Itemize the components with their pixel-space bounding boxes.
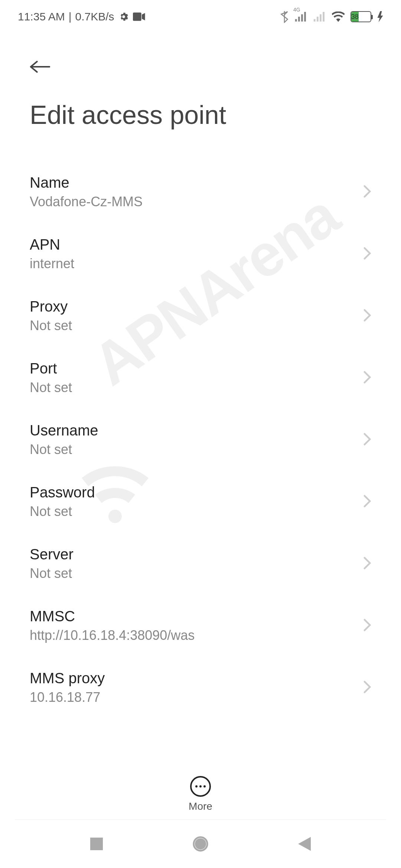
status-speed: 0.7KB/s xyxy=(75,10,114,23)
setting-text: Proxy Not set xyxy=(30,298,356,333)
battery-icon: 38 xyxy=(351,11,371,22)
chevron-right-icon xyxy=(363,618,371,633)
page-title: Edit access point xyxy=(0,85,401,152)
signal-4g-icon: 4G xyxy=(295,12,307,22)
camera-icon xyxy=(133,12,146,21)
settings-list: Name Vodafone-Cz-MMS APN internet Proxy … xyxy=(0,152,401,719)
status-bar: 11:35 AM | 0.7KB/s 4G 38 xyxy=(0,0,401,33)
setting-value: Not set xyxy=(30,318,356,333)
setting-label: Server xyxy=(30,546,356,563)
chevron-right-icon xyxy=(363,433,371,447)
nav-back-button[interactable] xyxy=(293,833,316,855)
nav-home-button[interactable] xyxy=(189,833,212,855)
nav-recents-button[interactable] xyxy=(85,833,108,855)
setting-row[interactable]: Port Not set xyxy=(0,347,401,409)
more-button[interactable]: More xyxy=(189,776,212,812)
setting-text: Port Not set xyxy=(30,360,356,395)
setting-text: Username Not set xyxy=(30,422,356,457)
chevron-right-icon xyxy=(363,556,371,571)
setting-label: Username xyxy=(30,422,356,439)
svg-rect-6 xyxy=(317,17,319,22)
setting-label: APN xyxy=(30,236,356,253)
svg-rect-9 xyxy=(90,838,103,850)
setting-label: MMS proxy xyxy=(30,670,356,687)
chevron-right-icon xyxy=(363,680,371,695)
navigation-bar xyxy=(0,820,401,868)
back-section xyxy=(0,33,401,85)
bluetooth-icon xyxy=(280,10,289,23)
setting-value: 10.16.18.77 xyxy=(30,690,356,705)
setting-value: Not set xyxy=(30,566,356,581)
svg-rect-3 xyxy=(301,14,303,22)
setting-row[interactable]: MMS proxy 10.16.18.77 xyxy=(0,657,401,719)
status-time: 11:35 AM xyxy=(18,10,65,23)
setting-text: MMSC http://10.16.18.4:38090/was xyxy=(30,608,356,643)
setting-value: Not set xyxy=(30,380,356,395)
more-label: More xyxy=(189,800,212,812)
setting-row[interactable]: Password Not set xyxy=(0,471,401,533)
content-area: APNArena Name Vodafone-Cz-MMS APN intern… xyxy=(0,152,401,790)
more-icon xyxy=(190,776,211,797)
wifi-icon xyxy=(332,11,345,22)
setting-value: Not set xyxy=(30,504,356,519)
setting-label: Proxy xyxy=(30,298,356,315)
back-button[interactable] xyxy=(30,56,52,78)
setting-label: Password xyxy=(30,484,356,501)
setting-label: Name xyxy=(30,174,356,191)
chevron-right-icon xyxy=(363,247,371,262)
chevron-right-icon xyxy=(363,371,371,385)
svg-rect-2 xyxy=(298,17,300,22)
status-right: 4G 38 xyxy=(280,10,383,23)
setting-row[interactable]: Proxy Not set xyxy=(0,285,401,347)
svg-rect-5 xyxy=(314,19,316,22)
setting-value: http://10.16.18.4:38090/was xyxy=(30,628,356,643)
charging-icon xyxy=(377,11,383,22)
svg-rect-1 xyxy=(295,19,297,22)
svg-point-11 xyxy=(196,839,205,849)
setting-value: internet xyxy=(30,256,356,272)
svg-rect-7 xyxy=(320,14,322,22)
signal-none-icon xyxy=(313,12,326,22)
chevron-right-icon xyxy=(363,185,371,200)
setting-text: Password Not set xyxy=(30,484,356,519)
gear-icon xyxy=(118,11,129,22)
setting-text: Name Vodafone-Cz-MMS xyxy=(30,174,356,210)
svg-rect-8 xyxy=(323,12,325,22)
svg-rect-4 xyxy=(304,12,306,22)
setting-label: Port xyxy=(30,360,356,377)
setting-row[interactable]: Username Not set xyxy=(0,409,401,471)
chevron-right-icon xyxy=(363,494,371,509)
bottom-action-bar: More xyxy=(0,776,401,820)
setting-row[interactable]: Server Not set xyxy=(0,533,401,595)
setting-text: MMS proxy 10.16.18.77 xyxy=(30,670,356,705)
svg-rect-0 xyxy=(133,13,141,21)
setting-row[interactable]: Name Vodafone-Cz-MMS xyxy=(0,152,401,223)
setting-label: MMSC xyxy=(30,608,356,625)
setting-text: APN internet xyxy=(30,236,356,272)
chevron-right-icon xyxy=(363,309,371,323)
setting-row[interactable]: APN internet xyxy=(0,223,401,285)
setting-row[interactable]: MMSC http://10.16.18.4:38090/was xyxy=(0,595,401,657)
setting-value: Not set xyxy=(30,442,356,457)
status-left: 11:35 AM | 0.7KB/s xyxy=(18,10,146,23)
setting-text: Server Not set xyxy=(30,546,356,581)
setting-value: Vodafone-Cz-MMS xyxy=(30,194,356,210)
